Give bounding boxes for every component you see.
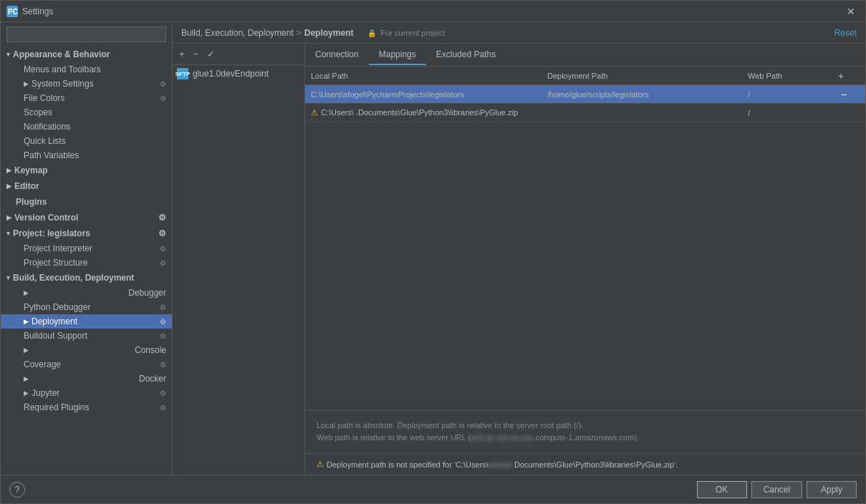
settings-window: PC Settings ✕ ▾ Appearance & Behavior Me… — [0, 0, 866, 504]
table-header-row: Local Path Deployment Path Web Path + — [305, 67, 865, 85]
keymap-arrow-icon: ▶ — [6, 167, 11, 174]
search-input[interactable] — [6, 26, 166, 42]
svg-text:PC: PC — [8, 8, 18, 16]
sidebar-item-docker[interactable]: ▶ Docker — [1, 372, 172, 386]
coverage-gear-icon: ⚙ — [160, 361, 166, 369]
sidebar-item-menus-toolbars[interactable]: Menus and Toolbars — [1, 62, 172, 77]
sidebar-item-project-structure[interactable]: Project Structure ⚙ — [1, 256, 172, 270]
apply-button[interactable]: Apply — [807, 481, 857, 498]
sidebar-item-appearance-behavior[interactable]: ▾ Appearance & Behavior — [1, 47, 172, 62]
info-section: Local path is absolute. Deployment path … — [305, 410, 865, 453]
panel-area: + − ✓ SFTP glue1.0devEndpoint Connection… — [173, 44, 865, 475]
sftp-icon: SFTP — [177, 68, 188, 79]
close-button[interactable]: ✕ — [842, 4, 860, 19]
project-gear-icon: ⚙ — [158, 228, 166, 238]
sidebar-item-quick-lists[interactable]: Quick Lists — [1, 134, 172, 148]
arrow-right-icon: ▶ — [24, 80, 29, 87]
sidebar: ▾ Appearance & Behavior Menus and Toolba… — [1, 22, 173, 475]
help-button[interactable]: ? — [9, 482, 25, 498]
console-arrow-icon: ▶ — [24, 346, 29, 354]
mappings-tab-content: Local Path Deployment Path Web Path + C:… — [305, 67, 865, 475]
editor-arrow-icon: ▶ — [6, 183, 11, 190]
sidebar-item-scopes[interactable]: Scopes — [1, 105, 172, 120]
reqplugins-gear-icon: ⚙ — [160, 404, 166, 412]
cell-web-path-1: / — [748, 90, 838, 99]
mappings-table: Local Path Deployment Path Web Path + C:… — [305, 67, 865, 410]
server-name: glue1.0devEndpoint — [193, 69, 269, 79]
sidebar-item-file-colors[interactable]: File Colors ⚙ — [1, 91, 172, 105]
for-current-project-label: 🔒 For current project — [367, 29, 445, 37]
tab-excluded-paths[interactable]: Excluded Paths — [426, 45, 506, 65]
server-entry[interactable]: SFTP glue1.0devEndpoint — [173, 65, 304, 82]
sidebar-item-deployment[interactable]: ▶ Deployment ⚙ — [1, 314, 172, 329]
header-actions: + — [838, 70, 860, 82]
tab-connection[interactable]: Connection — [305, 45, 369, 65]
reset-button[interactable]: Reset — [834, 28, 857, 38]
deployment-arrow-icon: ▶ — [24, 318, 29, 325]
titlebar: PC Settings ✕ — [1, 1, 865, 22]
sidebar-item-project-legislators[interactable]: ▾ Project: legislators ⚙ — [1, 226, 172, 241]
row1-actions: − — [838, 89, 860, 100]
cancel-button[interactable]: Cancel — [751, 481, 802, 498]
info-line2: Web path is relative to the web server U… — [317, 432, 854, 445]
project-icon: 🔒 — [367, 29, 376, 37]
warning-footer-text: Deployment path is not specified for 'C:… — [327, 460, 678, 469]
remove-server-button[interactable]: − — [190, 47, 203, 61]
pydbg-gear-icon: ⚙ — [160, 304, 166, 311]
arrow-down-icon: ▾ — [6, 51, 10, 58]
add-server-button[interactable]: + — [175, 47, 188, 61]
blurred-username: xxxxxx — [489, 460, 512, 469]
window-title: Settings — [22, 6, 842, 16]
interpreter-gear-icon: ⚙ — [160, 245, 166, 253]
header-deployment-path: Deployment Path — [547, 72, 748, 80]
sidebar-item-project-interpreter[interactable]: Project Interpreter ⚙ — [1, 241, 172, 256]
sidebar-item-buildout-support[interactable]: Buildout Support ⚙ — [1, 329, 172, 343]
warning-footer: ⚠ Deployment path is not specified for '… — [305, 453, 865, 475]
sidebar-item-debugger[interactable]: ▶ Debugger — [1, 286, 172, 300]
header-web-path: Web Path — [748, 72, 838, 80]
structure-gear-icon: ⚙ — [160, 259, 166, 267]
debugger-arrow-icon: ▶ — [24, 289, 29, 296]
info-line1: Local path is absolute. Deployment path … — [317, 420, 854, 432]
search-box — [6, 26, 166, 42]
breadcrumb-sep: > — [297, 28, 302, 38]
sidebar-item-required-plugins[interactable]: Required Plugins ⚙ — [1, 400, 172, 415]
sidebar-item-coverage[interactable]: Coverage ⚙ — [1, 357, 172, 372]
sidebar-item-jupyter[interactable]: ▶ Jupyter ⚙ — [1, 386, 172, 400]
blurred-url: ec2-xx-xxx-xx-xxx — [471, 433, 533, 442]
sidebar-item-python-debugger[interactable]: Python Debugger ⚙ — [1, 300, 172, 314]
sidebar-item-editor[interactable]: ▶ Editor — [1, 178, 172, 194]
deployment-settings-panel: Connection Mappings Excluded Paths Local… — [305, 44, 865, 475]
sidebar-item-keymap[interactable]: ▶ Keymap — [1, 163, 172, 178]
breadcrumb: Build, Execution, Deployment > Deploymen… — [173, 22, 865, 44]
table-row[interactable]: C:\Users\sfogel\PycharmProjects\legislat… — [305, 85, 865, 104]
sidebar-item-version-control[interactable]: ▶ Version Control ⚙ — [1, 210, 172, 226]
sidebar-item-system-settings[interactable]: ▶ System Settings ⚙ — [1, 77, 172, 91]
buildout-gear-icon: ⚙ — [160, 332, 166, 340]
sidebar-item-console[interactable]: ▶ Console — [1, 343, 172, 357]
tab-mappings[interactable]: Mappings — [369, 45, 426, 65]
settings-gear-icon: ⚙ — [160, 80, 166, 88]
sidebar-item-path-variables[interactable]: Path Variables — [1, 148, 172, 163]
tabs-bar: Connection Mappings Excluded Paths — [305, 44, 865, 67]
server-list-panel: + − ✓ SFTP glue1.0devEndpoint — [173, 44, 305, 475]
jupyter-gear-icon: ⚙ — [160, 389, 166, 397]
ok-button[interactable]: OK — [697, 481, 747, 498]
cell-local-path-2: ⚠C:\Users\ .Documents\Glue\Python3\libra… — [311, 108, 547, 117]
table-row[interactable]: ⚠C:\Users\ .Documents\Glue\Python3\libra… — [305, 104, 865, 122]
jupyter-arrow-icon: ▶ — [24, 389, 29, 397]
sidebar-item-notifications[interactable]: Notifications — [1, 120, 172, 134]
footer-warning-icon: ⚠ — [317, 460, 324, 469]
project-arrow-icon: ▾ — [6, 230, 10, 237]
cell-local-path-1: C:\Users\sfogel\PycharmProjects\legislat… — [311, 90, 547, 99]
add-mapping-button[interactable]: + — [838, 70, 844, 82]
check-server-button[interactable]: ✓ — [203, 47, 218, 61]
build-arrow-icon: ▾ — [6, 274, 10, 281]
cell-deploy-path-1: /home/glue/scripts/legislators — [547, 90, 748, 99]
sidebar-item-build-exec-deploy[interactable]: ▾ Build, Execution, Deployment — [1, 270, 172, 286]
sidebar-item-plugins[interactable]: Plugins — [1, 194, 172, 210]
cell-web-path-2: / — [748, 109, 838, 117]
vc-gear-icon: ⚙ — [158, 213, 166, 223]
app-icon: PC — [6, 6, 18, 17]
remove-row1-button[interactable]: − — [838, 89, 850, 100]
